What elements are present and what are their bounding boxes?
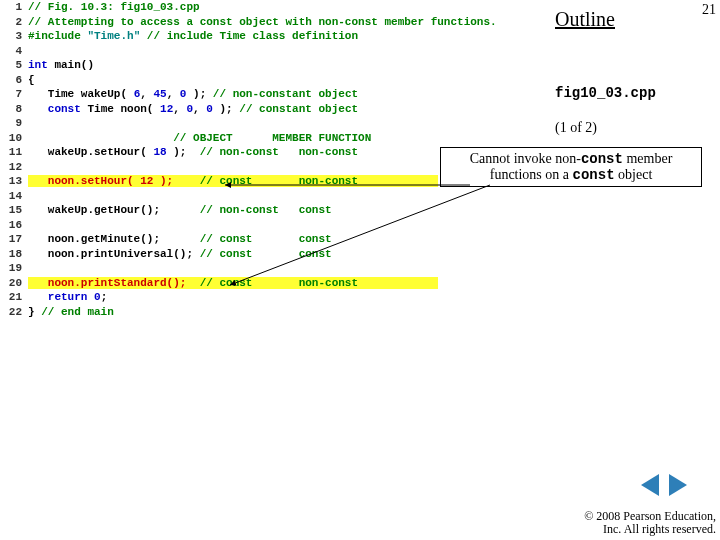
filename-label: fig10_03.cpp bbox=[555, 85, 656, 101]
line-number: 18 bbox=[0, 248, 28, 260]
code-text: return 0; bbox=[28, 291, 440, 303]
line-number: 10 bbox=[0, 132, 28, 144]
line-number: 13 bbox=[0, 175, 28, 187]
line-number: 2 bbox=[0, 16, 28, 28]
line-number: 12 bbox=[0, 161, 28, 173]
prev-slide-button[interactable] bbox=[641, 474, 659, 496]
code-text: #include "Time.h" // include Time class … bbox=[28, 30, 440, 42]
slide-nav bbox=[638, 474, 690, 500]
line-number: 1 bbox=[0, 1, 28, 13]
line-number: 3 bbox=[0, 30, 28, 42]
code-text: { bbox=[28, 74, 440, 86]
line-number: 11 bbox=[0, 146, 28, 158]
code-text: Time wakeUp( 6, 45, 0 ); // non-constant… bbox=[28, 88, 440, 100]
line-number: 17 bbox=[0, 233, 28, 245]
line-number: 19 bbox=[0, 262, 28, 274]
annotation-callout: Cannot invoke non-const member functions… bbox=[440, 147, 702, 187]
code-listing: 1// Fig. 10.3: fig10_03.cpp 2// Attempti… bbox=[0, 0, 440, 319]
line-number: 20 bbox=[0, 277, 28, 289]
line-number: 22 bbox=[0, 306, 28, 318]
code-text: wakeUp.getHour(); // non-const const bbox=[28, 204, 440, 216]
code-text: noon.getMinute(); // const const bbox=[28, 233, 440, 245]
code-text: // Fig. 10.3: fig10_03.cpp bbox=[28, 1, 440, 13]
copyright-text: © 2008 Pearson Education, Inc. All right… bbox=[584, 510, 716, 536]
code-text: noon.printUniversal(); // const const bbox=[28, 248, 440, 260]
code-text: wakeUp.setHour( 18 ); // non-const non-c… bbox=[28, 146, 440, 158]
line-number: 5 bbox=[0, 59, 28, 71]
code-text: // Attempting to access a const object w… bbox=[28, 16, 497, 28]
line-number: 7 bbox=[0, 88, 28, 100]
code-text: } // end main bbox=[28, 306, 440, 318]
code-text: const Time noon( 12, 0, 0 ); // constant… bbox=[28, 103, 440, 115]
code-text: noon.printStandard(); // const non-const bbox=[28, 277, 440, 289]
line-number: 21 bbox=[0, 291, 28, 303]
slide-number: 21 bbox=[702, 2, 716, 18]
next-slide-button[interactable] bbox=[669, 474, 687, 496]
outline-heading: Outline bbox=[555, 8, 615, 31]
code-text: int main() bbox=[28, 59, 440, 71]
line-number: 15 bbox=[0, 204, 28, 216]
code-text: // OBJECT MEMBER FUNCTION bbox=[28, 132, 440, 144]
line-number: 6 bbox=[0, 74, 28, 86]
code-text: noon.setHour( 12 ); // const non-const bbox=[28, 175, 440, 187]
line-number: 4 bbox=[0, 45, 28, 57]
line-number: 16 bbox=[0, 219, 28, 231]
line-number: 8 bbox=[0, 103, 28, 115]
line-number: 9 bbox=[0, 117, 28, 129]
part-label: (1 of 2) bbox=[555, 120, 597, 136]
line-number: 14 bbox=[0, 190, 28, 202]
